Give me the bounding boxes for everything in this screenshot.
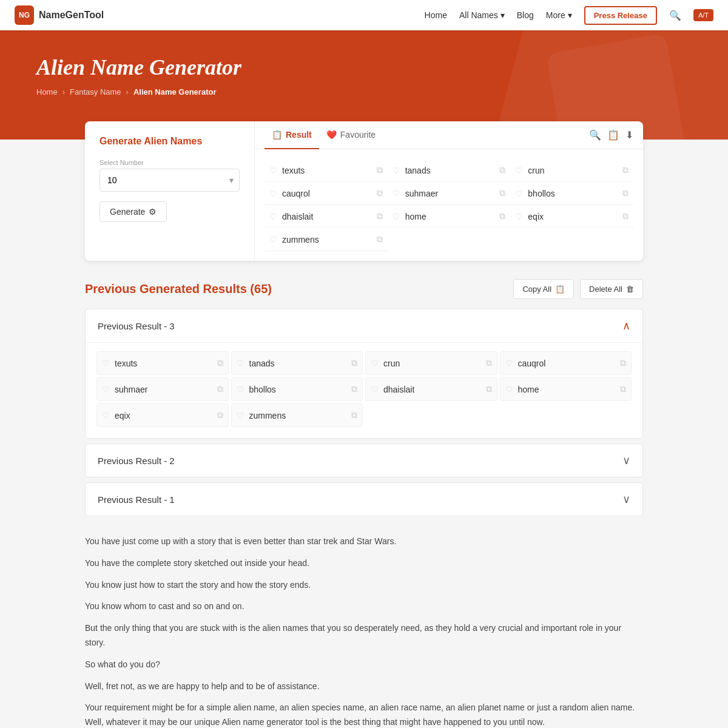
breadcrumb-fantasy[interactable]: Fantasy Name (70, 87, 121, 96)
accordion-content: ♡ texuts ⧉ ♡ tanads ⧉ ♡ crun ⧉ (86, 342, 642, 438)
heart-icon[interactable]: ♡ (269, 212, 277, 221)
heart-icon[interactable]: ♡ (515, 166, 523, 175)
name-text: tanads (249, 359, 275, 368)
generate-button[interactable]: Generate ⚙ (99, 201, 167, 222)
name-text: home (518, 385, 539, 394)
generator-right-panel: 📋 Result ❤️ Favourite 🔍 📋 ⬇ (255, 121, 643, 261)
name-text: crun (528, 166, 544, 175)
name-text: home (405, 212, 426, 221)
heart-icon[interactable]: ♡ (102, 385, 110, 394)
name-text: dhaislait (383, 385, 414, 394)
name-item: ♡ bhollos ⧉ (510, 182, 633, 205)
tab-favourite[interactable]: ❤️ Favourite (319, 121, 383, 149)
copy-icon[interactable]: ⧉ (217, 384, 223, 394)
copy-icon[interactable]: ⧉ (377, 165, 383, 175)
name-text: suhmaer (115, 385, 147, 394)
prev-name-item: ♡ texuts ⧉ (96, 351, 229, 375)
copy-icon[interactable]: ⧉ (377, 211, 383, 221)
header: NG NameGenTool Home All Names ▾ Blog Mor… (0, 0, 728, 30)
search-icon: 🔍 (589, 130, 601, 140)
heart-icon[interactable]: ♡ (371, 385, 379, 394)
heart-icon[interactable]: ♡ (505, 359, 513, 368)
name-left: ♡ eqix (102, 411, 130, 420)
name-text: suhmaer (405, 189, 438, 198)
breadcrumb: Home › Fantasy Name › Alien Name Generat… (36, 87, 692, 96)
breadcrumb-home[interactable]: Home (36, 87, 58, 96)
nav-all-names[interactable]: All Names ▾ (459, 10, 505, 20)
language-button[interactable]: A/T (693, 9, 713, 21)
heart-icon[interactable]: ♡ (393, 189, 400, 198)
heart-icon[interactable]: ♡ (269, 235, 277, 244)
copy-icon[interactable]: ⧉ (499, 211, 505, 221)
content-paragraph: You have the complete story sketched out… (85, 556, 643, 571)
copy-icon[interactable]: ⧉ (499, 165, 505, 175)
content-section: You have just come up with a story that … (85, 534, 643, 728)
tab-copy-button[interactable]: 📋 (607, 129, 619, 141)
nav-home[interactable]: Home (425, 10, 447, 20)
heart-icon[interactable]: ♡ (515, 212, 523, 221)
heart-icon[interactable]: ♡ (393, 212, 400, 221)
nav-blog[interactable]: Blog (517, 10, 534, 20)
heart-icon[interactable]: ♡ (269, 166, 277, 175)
heart-icon[interactable]: ♡ (515, 189, 523, 198)
select-number[interactable]: 10 20 30 50 (99, 169, 240, 192)
previous-results-title: Previous Generated Results (65) (85, 282, 272, 296)
copy-icon[interactable]: ⧉ (377, 234, 383, 244)
heart-icon[interactable]: ♡ (237, 359, 244, 368)
copy-icon[interactable]: ⧉ (620, 358, 626, 368)
delete-all-button[interactable]: Delete All 🗑 (580, 279, 643, 299)
press-release-button[interactable]: Press Release (584, 6, 657, 25)
heart-icon[interactable]: ♡ (269, 189, 277, 198)
accordion-1: Previous Result - 2 ∨ (85, 443, 643, 477)
prev-name-item: ♡ suhmaer ⧉ (96, 377, 229, 401)
copy-icon[interactable]: ⧉ (620, 384, 626, 394)
heart-icon[interactable]: ♡ (371, 359, 379, 368)
heart-icon[interactable]: ♡ (237, 385, 244, 394)
result-tab-icon: 📋 (272, 130, 282, 140)
nav-more[interactable]: More ▾ (546, 10, 572, 20)
name-text: cauqrol (282, 189, 310, 198)
copy-icon[interactable]: ⧉ (377, 188, 383, 198)
copy-icon[interactable]: ⧉ (622, 211, 629, 221)
copy-all-button[interactable]: Copy All 📋 (513, 279, 574, 299)
heart-icon[interactable]: ♡ (505, 385, 513, 394)
content-paragraph: You have just come up with a story that … (85, 534, 643, 549)
tab-result[interactable]: 📋 Result (265, 121, 319, 149)
name-item: ♡ cauqrol ⧉ (265, 182, 388, 205)
copy-icon[interactable]: ⧉ (486, 358, 492, 368)
copy-icon[interactable]: ⧉ (351, 358, 357, 368)
logo[interactable]: NG NameGenTool (15, 5, 104, 25)
search-icon[interactable]: 🔍 (669, 10, 681, 21)
name-left: ♡ suhmaer (102, 385, 147, 394)
name-text: texuts (282, 166, 305, 175)
tab-download-button[interactable]: ⬇ (625, 129, 633, 141)
copy-icon[interactable]: ⧉ (499, 188, 505, 198)
prev-name-item: ♡ crun ⧉ (365, 351, 497, 375)
chevron-up-icon: ∧ (622, 319, 630, 332)
accordion-header-1[interactable]: Previous Result - 2 ∨ (86, 444, 642, 477)
name-item: ♡ eqix ⧉ (510, 205, 633, 228)
heart-icon[interactable]: ♡ (102, 359, 110, 368)
previous-results-header: Previous Generated Results (65) Copy All… (85, 279, 643, 299)
heart-icon[interactable]: ♡ (393, 166, 400, 175)
copy-icon[interactable]: ⧉ (351, 384, 357, 394)
accordion-header-2[interactable]: Previous Result - 1 ∨ (86, 483, 642, 516)
tabs-bar: 📋 Result ❤️ Favourite 🔍 📋 ⬇ (255, 121, 643, 149)
breadcrumb-sep-2: › (126, 87, 129, 96)
tab-search-button[interactable]: 🔍 (589, 129, 601, 141)
copy-icon[interactable]: ⧉ (622, 188, 629, 198)
logo-text: NameGenTool (39, 10, 104, 21)
accordion-header-0[interactable]: Previous Result - 3 ∧ (86, 309, 642, 342)
heart-icon[interactable]: ♡ (237, 411, 244, 420)
copy-icon[interactable]: ⧉ (217, 410, 223, 420)
prev-name-item: ♡ tanads ⧉ (231, 351, 363, 375)
copy-icon[interactable]: ⧉ (217, 358, 223, 368)
copy-icon[interactable]: ⧉ (486, 384, 492, 394)
heart-icon[interactable]: ♡ (102, 411, 110, 420)
generate-icon: ⚙ (149, 207, 157, 217)
names-grid: ♡ texuts ⧉ ♡ tanads ⧉ ♡ crun ⧉ ♡ cauqrol… (255, 149, 643, 261)
prev-name-item: ♡ dhaislait ⧉ (365, 377, 497, 401)
copy-icon[interactable]: ⧉ (622, 165, 629, 175)
copy-icon[interactable]: ⧉ (351, 410, 357, 420)
name-item: ♡ texuts ⧉ (265, 159, 388, 182)
